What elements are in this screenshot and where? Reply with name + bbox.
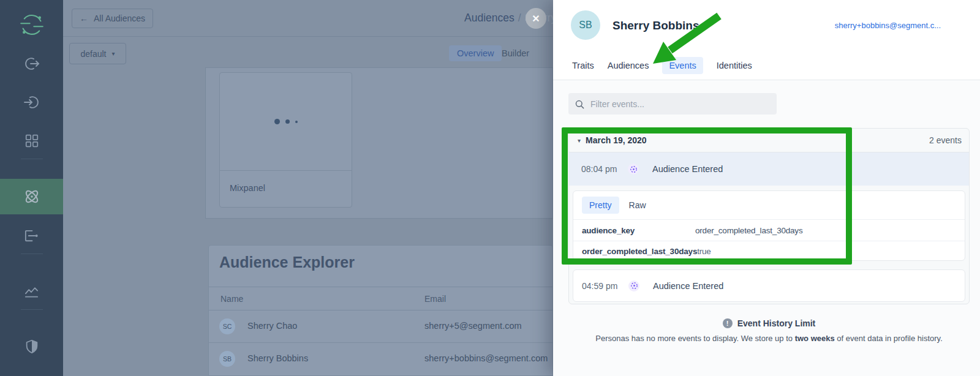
notice-title: Event History Limit	[737, 318, 816, 328]
avatar: SB	[219, 351, 235, 367]
notice-body-suffix: of event data in profile history.	[835, 334, 943, 343]
audience-event-icon	[628, 164, 639, 175]
privacy-shield-icon	[24, 339, 40, 355]
profile-panel: SB Sherry Bobbins sherry+bobbins@segment…	[553, 0, 980, 376]
sidebar-item-journeys[interactable]	[0, 218, 63, 254]
avatar-initials: SB	[579, 20, 592, 31]
profile-email-link[interactable]: sherry+bobbins@segment.c...	[835, 21, 941, 30]
filter-events-input[interactable]	[568, 93, 777, 115]
row-name: Sherry Bobbins	[247, 353, 308, 363]
mixpanel-destination-card[interactable]: Mixpanel	[219, 72, 352, 208]
tab-events[interactable]: Events	[662, 57, 703, 74]
personas-atom-icon	[23, 187, 41, 206]
column-header-email: Email	[424, 294, 446, 304]
profile-name: Sherry Bobbins	[612, 19, 699, 32]
loading-dots	[220, 73, 352, 171]
sidebar-divider	[21, 309, 43, 310]
event-row-expanded[interactable]: 08:04 pm Audience Entered	[569, 152, 969, 186]
sidebar-item-destinations[interactable]	[0, 85, 63, 120]
event-group-count: 2 events	[929, 135, 962, 145]
property-value: order_completed_last_30days	[695, 226, 802, 235]
app-sidebar	[0, 0, 63, 376]
row-email: sherry+5@segment.com	[424, 321, 522, 331]
pretty-tab[interactable]: Pretty	[582, 197, 619, 214]
sidebar-item-sources[interactable]	[0, 46, 63, 81]
environment-dropdown-value: default	[80, 49, 106, 59]
event-time: 04:59 pm	[582, 281, 628, 291]
sidebar-divider	[21, 159, 43, 159]
profile-tabs: Traits Audiences Events Identities	[572, 57, 752, 74]
tab-identities[interactable]: Identities	[717, 57, 752, 74]
event-row[interactable]: 04:59 pm Audience Entered	[573, 269, 965, 302]
sources-icon	[23, 55, 40, 72]
tab-overview[interactable]: Overview	[449, 45, 502, 61]
analytics-chart-icon	[23, 284, 40, 300]
audience-explorer-card: Audience Explorer Name Email SC Sherry C…	[208, 245, 553, 376]
catalog-icon	[24, 133, 40, 149]
close-panel-button[interactable]: ✕	[526, 8, 546, 29]
chevron-down-icon: ▾	[112, 50, 115, 57]
sidebar-divider	[21, 254, 43, 254]
table-row[interactable]: SC Sherry Chao sherry+5@segment.com	[209, 310, 552, 342]
property-value: true	[697, 247, 710, 256]
overview-section: Mixpanel	[205, 67, 553, 219]
event-detail-card: Pretty Raw audience_key order_completed_…	[573, 190, 965, 261]
breadcrumb-audiences-link[interactable]: Audiences	[464, 12, 514, 24]
column-header-name: Name	[221, 294, 243, 304]
close-icon: ✕	[532, 13, 540, 24]
tab-builder[interactable]: Builder	[502, 48, 529, 58]
journeys-icon	[23, 228, 40, 244]
event-group-card: ▾ March 19, 2020 2 events 08:04 pm Audie…	[568, 128, 970, 304]
table-row[interactable]: SB Sherry Bobbins sherry+bobbins@segment…	[209, 342, 552, 374]
property-row: audience_key order_completed_last_30days	[573, 220, 965, 241]
property-key: order_completed_last_30days	[582, 247, 697, 256]
search-icon	[575, 100, 584, 109]
explorer-table-header: Name Email	[209, 287, 552, 310]
event-group-header[interactable]: ▾ March 19, 2020 2 events	[569, 129, 969, 152]
back-all-audiences-button[interactable]: ← All Audiences	[72, 9, 153, 28]
tab-builder-label: Builder	[502, 48, 529, 58]
property-row: order_completed_last_30days true	[573, 241, 965, 261]
event-group-date: March 19, 2020	[586, 135, 647, 145]
alert-icon: !	[723, 318, 733, 328]
tab-traits[interactable]: Traits	[572, 57, 594, 74]
sidebar-item-analytics[interactable]	[0, 274, 63, 309]
tab-overview-label: Overview	[457, 48, 494, 58]
avatar: SC	[219, 318, 235, 334]
segment-logo-icon[interactable]	[0, 7, 63, 43]
collapse-caret-icon: ▾	[578, 137, 581, 144]
back-arrow-icon: ←	[80, 13, 88, 23]
audience-event-icon	[628, 280, 639, 291]
audience-explorer-title: Audience Explorer	[219, 254, 355, 271]
property-key: audience_key	[582, 226, 695, 235]
mixpanel-card-label: Mixpanel	[230, 183, 265, 193]
sidebar-item-personas[interactable]	[0, 179, 63, 214]
row-email: sherry+bobbins@segment.com	[424, 353, 548, 363]
notice-body: Personas has no more events to display. …	[568, 334, 970, 343]
raw-tab[interactable]: Raw	[629, 200, 646, 210]
event-title: Audience Entered	[653, 281, 723, 291]
environment-dropdown[interactable]: default ▾	[69, 43, 126, 64]
breadcrumb-separator: /	[514, 12, 525, 24]
sidebar-item-privacy[interactable]	[0, 329, 63, 364]
tab-audiences[interactable]: Audiences	[608, 57, 649, 74]
main-content-dimmed: ← All Audiences Audiences/Sherry ✕ defau…	[63, 0, 553, 376]
event-title: Audience Entered	[652, 164, 723, 174]
notice-body-prefix: Personas has no more events to display. …	[595, 334, 794, 343]
profile-panel-header: SB Sherry Bobbins sherry+bobbins@segment…	[553, 0, 980, 80]
back-button-label: All Audiences	[94, 13, 145, 23]
avatar: SB	[571, 10, 600, 40]
event-detail-view-tabs: Pretty Raw	[573, 191, 965, 220]
top-bar: ← All Audiences Audiences/Sherry	[63, 0, 553, 37]
row-name: Sherry Chao	[247, 321, 297, 331]
sidebar-item-catalog[interactable]	[0, 123, 63, 159]
event-time: 08:04 pm	[581, 164, 628, 174]
notice-body-bold: two weeks	[795, 334, 835, 343]
destinations-icon	[23, 94, 40, 111]
event-history-notice: ! Event History Limit Personas has no mo…	[568, 318, 970, 343]
